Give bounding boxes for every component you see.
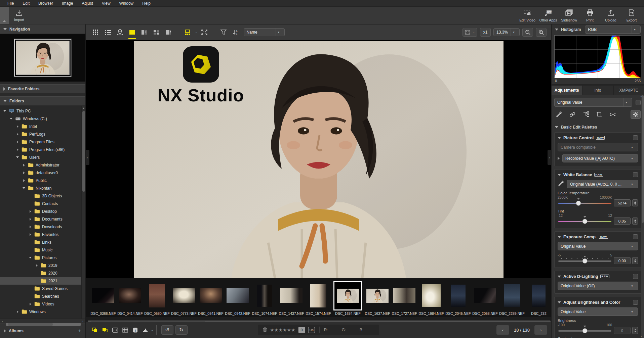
brightness-value[interactable]: 0 [614, 327, 631, 334]
map-view-button[interactable] [115, 27, 125, 37]
zoom-in-button[interactable] [536, 28, 547, 37]
menu-help[interactable]: Help [138, 0, 155, 6]
scrollbar-thumb[interactable] [82, 111, 85, 192]
expander-icon[interactable] [3, 110, 7, 112]
collapse-open-icon[interactable] [555, 29, 558, 31]
tree-item-2020[interactable]: 2020 [0, 269, 81, 277]
filmstrip-thumbnail-dsc-0841-nef[interactable]: DSC_0841.NEF [198, 281, 224, 316]
scroll-right-icon[interactable]: › [80, 320, 85, 323]
expander-icon[interactable] [22, 187, 26, 189]
collapse-open-icon[interactable] [558, 137, 561, 139]
tree-item-program-files[interactable]: Program Files [0, 138, 81, 146]
tree-item-searches[interactable]: Searches [0, 292, 81, 300]
thumbnail-image[interactable] [393, 281, 415, 310]
fit-to-screen-button[interactable]: ⌄ [462, 28, 477, 37]
tree-item-music[interactable]: Music [0, 246, 81, 254]
white-balance-dropdown[interactable]: Original Value (Auto1, 0, 0 ... ▾ [567, 180, 638, 188]
expander-icon[interactable] [35, 264, 39, 267]
rating-star-icon[interactable]: ★ [287, 327, 291, 333]
crop-tool-icon[interactable] [596, 111, 603, 118]
filmstrip-thumbnail-dsc-0580-nef[interactable]: DSC_0580.NEF [144, 281, 170, 316]
expander-icon[interactable] [28, 233, 32, 236]
thumbnail-size-small-button[interactable] [90, 325, 100, 335]
expander-icon[interactable] [28, 210, 32, 213]
zoom-1to1-button[interactable]: x1 [480, 28, 491, 37]
brightness-spinner[interactable] [632, 327, 638, 334]
tree-item-contacts[interactable]: Contacts [0, 200, 81, 207]
grid-overlay-button[interactable] [120, 325, 130, 335]
thumbnail-image[interactable] [310, 281, 326, 310]
histogram-overlay-button[interactable] [140, 325, 150, 335]
filmstrip-thumbnail-dsc-0773-nef[interactable]: DSC_0773.NEF [171, 281, 197, 316]
thumbnail-grid-view-button[interactable] [90, 27, 101, 37]
filmstrip-thumbnail-dsc-1437-nef[interactable]: DSC_1437.NEF [279, 281, 304, 316]
edit-video-button[interactable]: Edit Video [517, 7, 538, 24]
scroll-down-icon[interactable]: ⌄ [639, 334, 644, 337]
section-checkbox[interactable] [633, 172, 638, 177]
eyedropper-tool-icon[interactable] [556, 111, 562, 118]
thumbnail-image[interactable] [227, 281, 249, 310]
slider-handle[interactable] [576, 201, 581, 206]
info-overlay-button[interactable]: i [130, 325, 140, 335]
filmstrip-thumbnail-dsc-1574-nef[interactable]: DSC_1574.NEF [306, 281, 331, 316]
thumbnail-image[interactable] [200, 281, 222, 310]
zoom-percent-dropdown[interactable]: 13.3% ▾ [493, 28, 520, 36]
fullscreen-button[interactable] [199, 27, 210, 37]
expander-icon[interactable] [15, 156, 19, 158]
filmstrip-thumbnail-dsc-0414-nef[interactable]: DSC_0414.NEF [117, 281, 143, 316]
tab-adjustments[interactable]: Adjustments [552, 86, 582, 95]
expander-icon[interactable] [22, 179, 26, 182]
tree-item-windows-c[interactable]: Windows (C:) [0, 115, 81, 123]
exposure-comp-slider[interactable] [558, 257, 612, 264]
slider-handle[interactable] [582, 219, 588, 224]
filmstrip-thumbnail-dsc-1637-nef[interactable]: DSC_1637.NEF [365, 281, 390, 316]
tree-item-3d-objects[interactable]: 3D Objects [0, 192, 81, 200]
expander-icon[interactable] [15, 133, 19, 136]
tint-spinner[interactable] [632, 218, 638, 225]
menu-view[interactable]: View [98, 0, 115, 6]
thumbnail-image[interactable] [149, 281, 165, 310]
tree-item-defaultuser0[interactable]: defaultuser0 [0, 169, 81, 177]
collapse-open-icon[interactable] [558, 276, 561, 278]
menu-browser[interactable]: Browser [34, 0, 57, 6]
compare-filmstrip-view-button[interactable] [163, 27, 174, 37]
filmstrip-thumbnail-dsc-1634-nef[interactable]: DSC_1634.NEF [332, 281, 363, 316]
thumbnail-image[interactable] [333, 281, 362, 310]
next-image-button[interactable]: › [534, 325, 547, 335]
delete-candidate-icon[interactable] [263, 327, 267, 333]
menu-image[interactable]: Image [58, 0, 77, 6]
thumbnail-image[interactable] [173, 281, 195, 310]
retouch-brush-tool-icon[interactable] [569, 111, 576, 118]
section-checkbox[interactable] [633, 135, 638, 140]
rating-star-icon[interactable]: ★ [270, 327, 274, 333]
tree-horizontal-scrollbar[interactable]: ‹ › [0, 319, 85, 324]
inspector-scrollbar[interactable] [641, 95, 644, 338]
filmstrip-thumbnail-dsc-232[interactable]: DSC_232 [526, 281, 551, 316]
thumbnail-image[interactable] [451, 281, 466, 310]
menu-edit[interactable]: Edit [18, 0, 34, 6]
menu-window[interactable]: Window [115, 0, 138, 6]
tree-vertical-scrollbar[interactable]: ▲ [81, 106, 85, 319]
navigation-header[interactable]: Navigation [0, 25, 85, 34]
tree-item-perflogs[interactable]: PerfLogs [0, 130, 81, 138]
rating-star-icon[interactable]: ★ [291, 327, 295, 333]
tree-item-desktop[interactable]: Desktop [0, 207, 81, 215]
navigation-preview[interactable] [0, 34, 85, 82]
favorite-folders-header[interactable]: Favorite Folders [0, 84, 85, 94]
expand-closed-icon[interactable] [558, 157, 560, 160]
expander-icon[interactable] [9, 118, 13, 119]
scroll-left-icon[interactable]: ‹ [0, 320, 5, 323]
previous-image-button[interactable]: ‹ [496, 325, 509, 335]
collapse-open-icon[interactable] [558, 301, 561, 303]
thumbnail-image[interactable] [119, 281, 141, 310]
menu-file[interactable]: File [3, 0, 18, 6]
collapse-left-panel-handle[interactable]: ‹ [86, 150, 89, 165]
focus-point-button[interactable] [110, 325, 120, 335]
rating-star-icon[interactable]: ★ [274, 327, 279, 333]
import-button[interactable]: Import [9, 7, 30, 24]
exposure-comp-value[interactable]: 0.00 [614, 257, 631, 264]
thumbnail-image[interactable] [92, 281, 114, 310]
rating-star-icon[interactable]: ★ [278, 327, 283, 333]
rotate-right-button[interactable]: ↻ [175, 325, 188, 335]
tint-slider[interactable] [558, 218, 612, 225]
